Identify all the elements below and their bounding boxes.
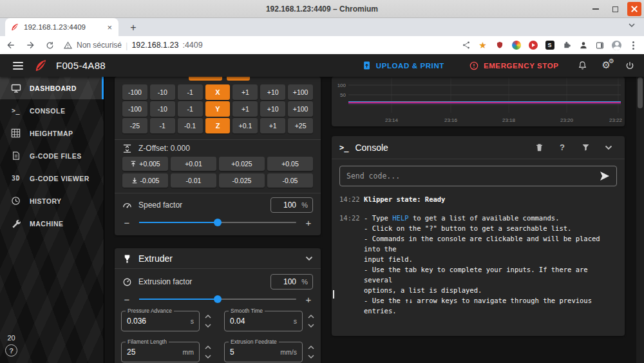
zoffset-down-0-025[interactable]: -0.025 xyxy=(219,173,265,188)
help-command-link[interactable]: HELP xyxy=(392,214,408,222)
reload-button[interactable] xyxy=(41,37,58,53)
emergency-stop-button[interactable]: EMERGENCY STOP xyxy=(465,58,563,74)
tab-close-icon[interactable]: × xyxy=(106,23,113,32)
address-bar[interactable]: Non sécurisé | 192.168.1.23 :4409 xyxy=(63,41,203,50)
extrusion-factor-field[interactable]: % xyxy=(270,274,313,289)
jog-y-plus-100[interactable]: +100 xyxy=(288,101,313,117)
increase-button[interactable] xyxy=(307,314,316,320)
extrusion-feedrate-field[interactable]: Extrusion Feedrate mm/s xyxy=(224,342,303,362)
minimize-button[interactable] xyxy=(589,2,603,16)
slider-decrease-button[interactable]: − xyxy=(122,218,131,228)
page-scrollbar[interactable] xyxy=(636,77,644,363)
jog-y-minus-10[interactable]: -10 xyxy=(150,101,175,117)
increase-button[interactable] xyxy=(204,345,213,351)
color-wheel-extension-icon[interactable] xyxy=(511,40,522,51)
sidebar-item-console[interactable]: >_ CONSOLE xyxy=(0,99,104,122)
play-extension-icon[interactable] xyxy=(527,40,538,51)
send-icon[interactable] xyxy=(600,171,610,181)
increase-button[interactable] xyxy=(204,314,213,320)
forward-button[interactable] xyxy=(22,37,39,53)
back-button[interactable] xyxy=(3,37,19,53)
settings-gears-icon[interactable]: ⚙⚙ xyxy=(602,61,611,70)
zoffset-down-0-05[interactable]: -0.05 xyxy=(267,173,313,188)
sidebar-item-gcode-files[interactable]: G-CODE FILES xyxy=(0,144,104,167)
slider-increase-button[interactable]: + xyxy=(304,295,313,304)
notifications-bell-icon[interactable] xyxy=(577,60,588,71)
s-extension-icon[interactable]: S xyxy=(544,40,555,51)
jog-y-plus-1[interactable]: +1 xyxy=(232,101,258,117)
decrease-button[interactable] xyxy=(204,323,213,329)
zoffset-up-0-025[interactable]: +0.025 xyxy=(219,157,265,171)
smooth-time-field[interactable]: Smooth Time s xyxy=(224,311,303,331)
extrusion-factor-input[interactable] xyxy=(276,277,296,286)
filter-icon[interactable] xyxy=(577,143,594,152)
command-help-button[interactable]: ? xyxy=(554,142,571,152)
decrease-button[interactable] xyxy=(307,354,316,360)
help-button[interactable]: ? xyxy=(5,344,17,357)
speed-factor-input[interactable] xyxy=(276,201,296,210)
share-icon[interactable] xyxy=(460,40,471,51)
slider-track[interactable] xyxy=(139,222,296,223)
slider-track[interactable] xyxy=(139,299,296,300)
jog-z-minus-1[interactable]: -1 xyxy=(150,118,175,133)
collapse-chevron-icon[interactable] xyxy=(600,145,617,150)
speed-factor-field[interactable]: % xyxy=(270,197,313,213)
sidebar-item-dashboard[interactable]: DASHBOARD xyxy=(0,77,104,99)
decrease-button[interactable] xyxy=(307,323,316,329)
shield-extension-icon[interactable] xyxy=(494,40,505,51)
tab-search-chevron-icon[interactable] xyxy=(629,23,635,27)
zoffset-down-0-01[interactable]: -0.01 xyxy=(171,173,216,188)
slider-increase-button[interactable]: + xyxy=(304,218,313,228)
upload-print-button[interactable]: UPLOAD & PRINT xyxy=(358,58,448,73)
decrease-button[interactable] xyxy=(204,354,213,360)
maximize-button[interactable] xyxy=(608,2,622,16)
console-input[interactable] xyxy=(346,172,594,181)
sidebar-item-machine[interactable]: MACHINE xyxy=(0,212,104,235)
smooth-time-input[interactable] xyxy=(230,317,291,326)
pressure-advance-input[interactable] xyxy=(127,317,188,326)
jog-y-minus-100[interactable]: -100 xyxy=(122,101,147,117)
temperature-chart[interactable]: 100 50 23:14 23:16 23:18 23:20 23:22 xyxy=(332,77,625,126)
browser-menu-icon[interactable] xyxy=(628,40,639,51)
jog-y-plus-10[interactable]: +10 xyxy=(260,101,285,117)
filament-length-input[interactable] xyxy=(127,348,180,357)
filament-length-field[interactable]: Filament Length mm xyxy=(121,342,200,362)
puzzle-extensions-icon[interactable] xyxy=(561,40,572,51)
bookmark-star-icon[interactable]: ★ xyxy=(477,40,488,51)
power-icon[interactable] xyxy=(625,61,635,71)
jog-x-minus-100[interactable]: -100 xyxy=(122,84,147,100)
pressure-advance-field[interactable]: Pressure Advance s xyxy=(121,311,200,331)
scrollbar-thumb[interactable] xyxy=(638,77,643,108)
zoffset-up-0-05[interactable]: +0.05 xyxy=(267,157,313,171)
slider-thumb[interactable] xyxy=(214,219,222,226)
jog-z-plus-0-1[interactable]: +0.1 xyxy=(232,118,258,133)
axis-x-button[interactable]: X xyxy=(205,84,231,100)
sidebar-item-history[interactable]: HISTORY xyxy=(0,190,104,212)
close-button[interactable] xyxy=(627,2,641,16)
jog-z-plus-25[interactable]: +25 xyxy=(288,118,313,133)
increase-button[interactable] xyxy=(307,345,316,351)
axis-y-button[interactable]: Y xyxy=(205,101,231,117)
sidebar-item-gcode-viewer[interactable]: 3D G-CODE VIEWER xyxy=(0,167,104,190)
jog-x-minus-10[interactable]: -10 xyxy=(150,84,175,100)
jog-z-minus-25[interactable]: -25 xyxy=(122,118,147,133)
menu-toggle-icon[interactable] xyxy=(9,58,27,74)
collapse-chevron-icon[interactable] xyxy=(305,256,313,261)
slider-thumb[interactable] xyxy=(214,295,222,303)
silhouette-extension-icon[interactable] xyxy=(578,40,589,51)
extrusion-feedrate-input[interactable] xyxy=(230,348,278,357)
new-tab-button[interactable]: + xyxy=(126,21,140,35)
zoffset-up-0-005[interactable]: +0.005 xyxy=(122,157,168,171)
jog-x-plus-100[interactable]: +100 xyxy=(288,84,313,100)
home-button-partial[interactable] xyxy=(189,77,222,81)
jog-z-plus-1[interactable]: +1 xyxy=(260,118,285,133)
profile-avatar[interactable] xyxy=(611,40,622,51)
side-panel-icon[interactable] xyxy=(594,40,605,51)
zoffset-down-0-005[interactable]: -0.005 xyxy=(122,173,168,188)
browser-tab[interactable]: 192.168.1.23:4409 × xyxy=(5,18,118,36)
extruder-panel-header[interactable]: Extruder xyxy=(115,248,321,269)
jog-x-minus-1[interactable]: -1 xyxy=(178,84,203,100)
axis-z-button[interactable]: Z xyxy=(205,118,231,133)
sidebar-item-heightmap[interactable]: HEIGHTMAP xyxy=(0,122,104,144)
jog-z-minus-0-1[interactable]: -0.1 xyxy=(178,118,203,133)
